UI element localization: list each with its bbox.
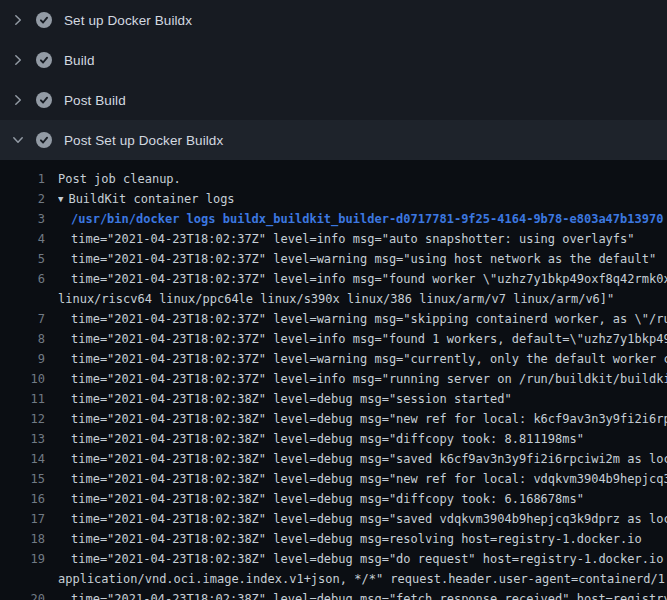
chevron-down-icon[interactable] [11, 133, 25, 147]
line-number[interactable]: 12 [0, 409, 45, 429]
step-section[interactable]: Post Set up Docker Buildx [0, 120, 667, 160]
actions-log-viewer: Set up Docker Buildx Build Post Build [0, 0, 667, 600]
log-text: time="2021-04-23T18:02:37Z" level=warnin… [58, 309, 667, 329]
log-text: Post job cleanup. [58, 169, 667, 189]
log-text: time="2021-04-23T18:02:37Z" level=warnin… [58, 249, 667, 269]
log-line: 10 time="2021-04-23T18:02:37Z" level=inf… [0, 369, 667, 389]
step-section[interactable]: Build [0, 40, 667, 80]
log-text-content: time="2021-04-23T18:02:37Z" level=info m… [71, 272, 667, 286]
log-text-content: time="2021-04-23T18:02:38Z" level=debug … [71, 492, 584, 506]
log-line: 12 time="2021-04-23T18:02:38Z" level=deb… [0, 409, 667, 429]
log-text: time="2021-04-23T18:02:37Z" level=info m… [58, 369, 667, 389]
line-number[interactable]: 7 [0, 309, 45, 329]
line-number[interactable]: 20 [0, 589, 45, 600]
log-text-content: Post job cleanup. [58, 172, 181, 186]
line-number[interactable]: 10 [0, 369, 45, 389]
log-text-content: time="2021-04-23T18:02:38Z" level=debug … [71, 512, 667, 526]
log-text: time="2021-04-23T18:02:38Z" level=debug … [58, 469, 667, 489]
log-text-content: application/vnd.oci.image.index.v1+json,… [58, 572, 667, 586]
log-text-content: time="2021-04-23T18:02:38Z" level=debug … [71, 412, 667, 426]
line-number[interactable]: 18 [0, 529, 45, 549]
log-text-content: time="2021-04-23T18:02:37Z" level=info m… [71, 232, 635, 246]
log-text: time="2021-04-23T18:02:37Z" level=info m… [58, 269, 667, 289]
chevron-right-icon[interactable] [11, 93, 25, 107]
log-text-content: time="2021-04-23T18:02:38Z" level=debug … [71, 392, 512, 406]
log-text: time="2021-04-23T18:02:37Z" level=info m… [58, 229, 667, 249]
check-circle-icon [36, 52, 52, 68]
log-text-content: time="2021-04-23T18:02:38Z" level=debug … [71, 532, 642, 546]
log-line: 4 time="2021-04-23T18:02:37Z" level=info… [0, 229, 667, 249]
step-title: Set up Docker Buildx [64, 13, 192, 28]
log-text: time="2021-04-23T18:02:38Z" level=debug … [58, 409, 667, 429]
line-number[interactable]: 1 [0, 169, 45, 189]
log-text-content: time="2021-04-23T18:02:38Z" level=debug … [71, 472, 667, 486]
step-section[interactable]: Set up Docker Buildx [0, 0, 667, 40]
line-number[interactable]: 6 [0, 269, 45, 289]
log-text: time="2021-04-23T18:02:38Z" level=debug … [58, 589, 667, 600]
line-number[interactable]: 8 [0, 329, 45, 349]
log-line: 13 time="2021-04-23T18:02:38Z" level=deb… [0, 429, 667, 449]
log-line: 1 Post job cleanup. [0, 169, 667, 189]
log-line: 15 time="2021-04-23T18:02:38Z" level=deb… [0, 469, 667, 489]
line-number[interactable]: 13 [0, 429, 45, 449]
log-text: ▼BuildKit container logs [58, 189, 667, 209]
step-title: Post Set up Docker Buildx [64, 133, 223, 148]
chevron-right-icon[interactable] [11, 13, 25, 27]
log-text-content: time="2021-04-23T18:02:37Z" level=warnin… [71, 352, 667, 366]
log-text: time="2021-04-23T18:02:38Z" level=debug … [58, 549, 667, 569]
log-text: time="2021-04-23T18:02:37Z" level=info m… [58, 329, 667, 349]
line-number[interactable]: 15 [0, 469, 45, 489]
log-text-content: time="2021-04-23T18:02:37Z" level=info m… [71, 332, 667, 346]
check-circle-icon [36, 12, 52, 28]
line-number[interactable]: 16 [0, 489, 45, 509]
log-text-content: linux/riscv64 linux/ppc64le linux/s390x … [58, 292, 614, 306]
log-line: application/vnd.oci.image.index.v1+json,… [0, 569, 667, 589]
log-line: 7 time="2021-04-23T18:02:37Z" level=warn… [0, 309, 667, 329]
line-number[interactable]: 17 [0, 509, 45, 529]
log-line: linux/riscv64 linux/ppc64le linux/s390x … [0, 289, 667, 309]
log-line: 11 time="2021-04-23T18:02:38Z" level=deb… [0, 389, 667, 409]
log-line: 18 time="2021-04-23T18:02:38Z" level=deb… [0, 529, 667, 549]
line-number[interactable]: 4 [0, 229, 45, 249]
check-circle-icon [36, 132, 52, 148]
line-number[interactable] [0, 569, 45, 589]
line-number[interactable]: 3 [0, 209, 45, 229]
log-text: time="2021-04-23T18:02:38Z" level=debug … [58, 509, 667, 529]
collapse-toggle-icon[interactable]: ▼ [58, 189, 63, 209]
log-text-content: time="2021-04-23T18:02:38Z" level=debug … [71, 552, 667, 566]
log-text-content: time="2021-04-23T18:02:37Z" level=warnin… [71, 252, 656, 266]
step-list: Set up Docker Buildx Build Post Build [0, 0, 667, 160]
log-line: 8 time="2021-04-23T18:02:37Z" level=info… [0, 329, 667, 349]
log-text: time="2021-04-23T18:02:38Z" level=debug … [58, 529, 667, 549]
line-number[interactable] [0, 289, 45, 309]
step-title: Post Build [64, 93, 126, 108]
check-circle-icon [36, 92, 52, 108]
log-line: 9 time="2021-04-23T18:02:37Z" level=warn… [0, 349, 667, 369]
line-number[interactable]: 2 [0, 189, 45, 209]
line-number[interactable]: 19 [0, 549, 45, 569]
log-line: 17 time="2021-04-23T18:02:38Z" level=deb… [0, 509, 667, 529]
log-area: 1 Post job cleanup. 2 ▼BuildKit containe… [0, 160, 667, 600]
log-line: 16 time="2021-04-23T18:02:38Z" level=deb… [0, 489, 667, 509]
log-line: 20 time="2021-04-23T18:02:38Z" level=deb… [0, 589, 667, 600]
log-text: time="2021-04-23T18:02:38Z" level=debug … [58, 489, 667, 509]
step-section[interactable]: Post Build [0, 80, 667, 120]
step-title: Build [64, 53, 95, 68]
log-text: /usr/bin/docker logs buildx_buildkit_bui… [58, 209, 667, 229]
log-text-content: time="2021-04-23T18:02:37Z" level=warnin… [71, 312, 667, 326]
chevron-right-icon[interactable] [11, 53, 25, 67]
line-number[interactable]: 5 [0, 249, 45, 269]
log-line: 3 /usr/bin/docker logs buildx_buildkit_b… [0, 209, 667, 229]
log-text: time="2021-04-23T18:02:38Z" level=debug … [58, 389, 667, 409]
log-line: 6 time="2021-04-23T18:02:37Z" level=info… [0, 269, 667, 289]
line-number[interactable]: 11 [0, 389, 45, 409]
log-text-content: time="2021-04-23T18:02:37Z" level=info m… [71, 372, 667, 386]
log-text: application/vnd.oci.image.index.v1+json,… [58, 569, 667, 589]
log-text-content: time="2021-04-23T18:02:38Z" level=debug … [71, 592, 667, 600]
log-line: 19 time="2021-04-23T18:02:38Z" level=deb… [0, 549, 667, 569]
log-text-content: time="2021-04-23T18:02:38Z" level=debug … [71, 432, 584, 446]
log-line: 5 time="2021-04-23T18:02:37Z" level=warn… [0, 249, 667, 269]
line-number[interactable]: 9 [0, 349, 45, 369]
line-number[interactable]: 14 [0, 449, 45, 469]
log-text: time="2021-04-23T18:02:38Z" level=debug … [58, 429, 667, 449]
